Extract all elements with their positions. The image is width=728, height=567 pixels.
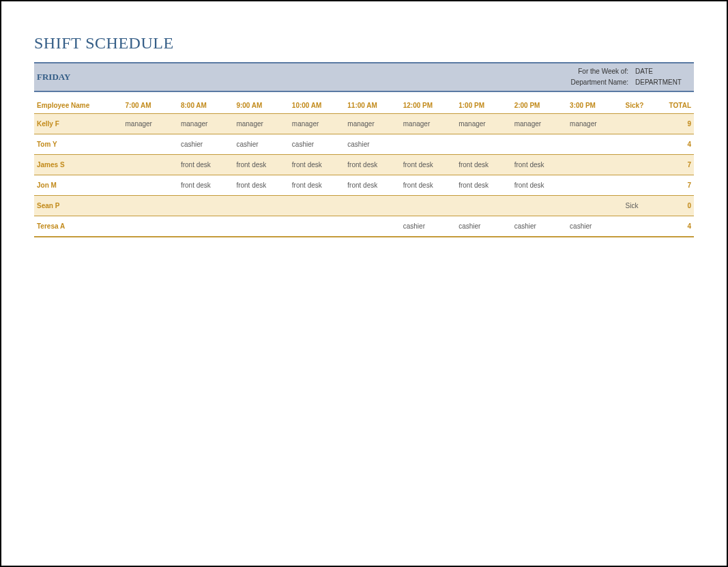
meta-dept: Department Name: DEPARTMENT xyxy=(553,78,690,87)
shift-cell: front desk xyxy=(178,175,233,196)
shift-cell xyxy=(122,155,177,175)
employee-name-cell: Tom Y xyxy=(34,134,122,155)
shift-cell: front desk xyxy=(456,175,511,196)
shift-cell: manager xyxy=(178,114,233,134)
meta-block: For the Week of: DATE Department Name: D… xyxy=(553,68,690,87)
table-row: Teresa Acashiercashiercashiercashier4 xyxy=(34,216,694,237)
sick-cell xyxy=(623,134,658,155)
table-row: James Sfront deskfront deskfront deskfro… xyxy=(34,155,694,175)
col-hour: 12:00 PM xyxy=(401,98,456,114)
week-value: DATE xyxy=(635,68,690,76)
shift-cell: front desk xyxy=(401,175,456,196)
col-hour: 3:00 PM xyxy=(567,98,622,114)
col-hour: 11:00 AM xyxy=(345,98,400,114)
shift-cell xyxy=(512,196,567,216)
week-label: For the Week of: xyxy=(553,68,628,76)
sick-cell: Sick xyxy=(623,196,658,216)
shift-cell xyxy=(567,155,622,175)
shift-cell: cashier xyxy=(233,134,289,155)
shift-cell: cashier xyxy=(567,216,622,237)
sick-cell xyxy=(623,155,658,175)
shift-cell xyxy=(178,216,233,237)
col-total: TOTAL xyxy=(658,98,694,114)
shift-cell xyxy=(122,134,177,155)
employee-name-cell: Sean P xyxy=(34,196,122,216)
meta-week: For the Week of: DATE xyxy=(553,68,690,76)
shift-cell xyxy=(178,196,233,216)
shift-cell: front desk xyxy=(345,175,400,196)
page-title: SHIFT SCHEDULE xyxy=(34,34,694,53)
shift-cell: front desk xyxy=(233,155,289,175)
shift-cell: front desk xyxy=(345,155,400,175)
shift-cell: cashier xyxy=(456,216,511,237)
day-name: FRIDAY xyxy=(37,72,70,83)
shift-cell: front desk xyxy=(289,175,345,196)
col-hour: 2:00 PM xyxy=(512,98,567,114)
employee-name-cell: Jon M xyxy=(34,175,122,196)
dept-value: DEPARTMENT xyxy=(635,78,690,87)
shift-cell xyxy=(567,196,622,216)
shift-cell: cashier xyxy=(289,134,345,155)
shift-cell xyxy=(122,196,177,216)
shift-cell: front desk xyxy=(289,155,345,175)
shift-cell: manager xyxy=(512,114,567,134)
shift-cell: manager xyxy=(289,114,345,134)
shift-cell xyxy=(289,216,345,237)
day-band: FRIDAY For the Week of: DATE Department … xyxy=(34,62,694,92)
total-cell: 9 xyxy=(658,114,694,134)
shift-cell xyxy=(345,196,400,216)
table-body: Kelly Fmanagermanagermanagermanagermanag… xyxy=(34,114,694,237)
shift-cell: manager xyxy=(345,114,400,134)
employee-name-cell: Teresa A xyxy=(34,216,122,237)
total-cell: 4 xyxy=(658,216,694,237)
total-cell: 4 xyxy=(658,134,694,155)
sick-cell xyxy=(623,114,658,134)
shift-cell xyxy=(512,134,567,155)
page-frame: SHIFT SCHEDULE FRIDAY For the Week of: D… xyxy=(0,0,728,567)
employee-name-cell: Kelly F xyxy=(34,114,122,134)
shift-cell xyxy=(401,134,456,155)
shift-cell xyxy=(233,216,289,237)
shift-cell: cashier xyxy=(401,216,456,237)
shift-cell xyxy=(567,134,622,155)
shift-cell: manager xyxy=(456,114,511,134)
shift-cell: front desk xyxy=(401,155,456,175)
shift-cell: cashier xyxy=(512,216,567,237)
shift-cell xyxy=(456,134,511,155)
table-row: Jon Mfront deskfront deskfront deskfront… xyxy=(34,175,694,196)
sick-cell xyxy=(623,175,658,196)
shift-cell: front desk xyxy=(178,155,233,175)
shift-cell xyxy=(289,196,345,216)
shift-cell: manager xyxy=(401,114,456,134)
col-employee-name: Employee Name xyxy=(34,98,122,114)
col-hour: 9:00 AM xyxy=(233,98,289,114)
schedule-table: Employee Name 7:00 AM 8:00 AM 9:00 AM 10… xyxy=(34,98,694,237)
table-header: Employee Name 7:00 AM 8:00 AM 9:00 AM 10… xyxy=(34,98,694,114)
shift-cell xyxy=(456,196,511,216)
table-row: Sean PSick0 xyxy=(34,196,694,216)
shift-cell: cashier xyxy=(178,134,233,155)
shift-cell xyxy=(567,175,622,196)
shift-cell: front desk xyxy=(512,175,567,196)
sick-cell xyxy=(623,216,658,237)
shift-cell xyxy=(122,216,177,237)
col-hour: 8:00 AM xyxy=(178,98,233,114)
col-sick: Sick? xyxy=(623,98,658,114)
col-hour: 1:00 PM xyxy=(456,98,511,114)
shift-cell: cashier xyxy=(345,134,400,155)
shift-cell: front desk xyxy=(456,155,511,175)
shift-cell: front desk xyxy=(512,155,567,175)
col-hour: 7:00 AM xyxy=(122,98,177,114)
employee-name-cell: James S xyxy=(34,155,122,175)
table-row: Tom Ycashiercashiercashiercashier4 xyxy=(34,134,694,155)
shift-cell: manager xyxy=(122,114,177,134)
col-hour: 10:00 AM xyxy=(289,98,345,114)
shift-cell: front desk xyxy=(233,175,289,196)
shift-cell xyxy=(401,196,456,216)
dept-label: Department Name: xyxy=(553,78,628,87)
total-cell: 0 xyxy=(658,196,694,216)
shift-cell xyxy=(233,196,289,216)
total-cell: 7 xyxy=(658,155,694,175)
shift-cell xyxy=(345,216,400,237)
shift-cell: manager xyxy=(567,114,622,134)
